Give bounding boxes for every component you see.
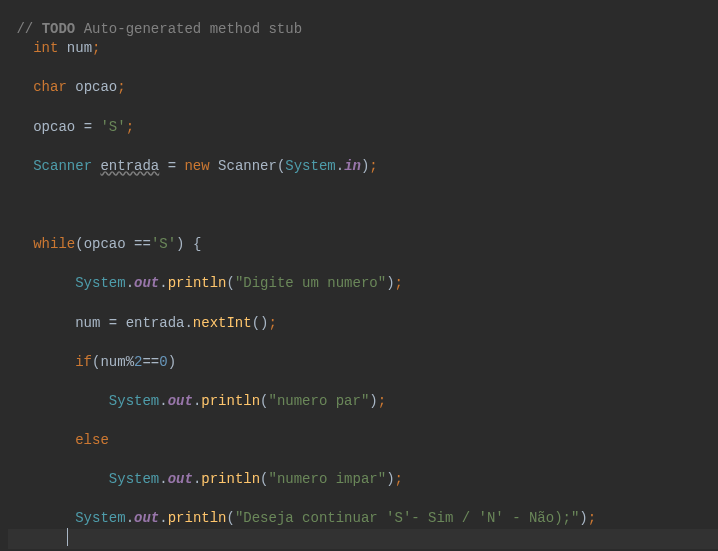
- field-out: out: [134, 510, 159, 526]
- field-in: in: [344, 158, 361, 174]
- code-editor[interactable]: // TODO Auto-generated method stub int n…: [0, 0, 718, 551]
- code-line: [8, 197, 33, 213]
- method-println: println: [201, 393, 260, 409]
- code-line: [8, 177, 33, 193]
- string-literal: "numero impar": [269, 471, 387, 487]
- method-println: println: [168, 510, 227, 526]
- code-line: Scanner entrada = new Scanner(System.in)…: [8, 158, 378, 174]
- code-line: System.out.println("Digite um numero");: [8, 275, 403, 291]
- field-out: out: [168, 471, 193, 487]
- field-out: out: [134, 275, 159, 291]
- code-line: [8, 99, 33, 115]
- code-line: [8, 138, 33, 154]
- string-literal: "numero par": [269, 393, 370, 409]
- keyword-new: new: [184, 158, 209, 174]
- code-line: char opcao;: [8, 79, 126, 95]
- code-line: int num;: [8, 40, 100, 56]
- code-line: [8, 256, 67, 272]
- comment: // TODO Auto-generated method stub: [16, 21, 302, 37]
- class-system: System: [109, 471, 159, 487]
- keyword-int: int: [33, 40, 58, 56]
- keyword-else: else: [75, 432, 109, 448]
- code-line: opcao = 'S';: [8, 119, 134, 135]
- code-line: [8, 60, 33, 76]
- code-line: // TODO Auto-generated method stub: [8, 21, 302, 37]
- code-line: [8, 452, 67, 468]
- text-cursor: [67, 528, 68, 546]
- code-line: [8, 334, 67, 350]
- code-line: else: [8, 432, 109, 448]
- code-line: System.out.println("numero impar");: [8, 471, 403, 487]
- class-system: System: [109, 393, 159, 409]
- string-literal: "Digite um numero": [235, 275, 386, 291]
- keyword-char: char: [33, 79, 67, 95]
- code-line: System.out.println("Deseja continuar 'S'…: [8, 510, 596, 526]
- code-line: while(opcao =='S') {: [8, 236, 201, 252]
- field-out: out: [168, 393, 193, 409]
- code-line: [8, 217, 33, 233]
- code-line: if(num%2==0): [8, 354, 176, 370]
- keyword-while: while: [33, 236, 75, 252]
- class-system: System: [75, 510, 125, 526]
- code-line: [8, 412, 67, 428]
- code-line: [8, 491, 67, 507]
- method-println: println: [201, 471, 260, 487]
- method-println: println: [168, 275, 227, 291]
- cursor-line[interactable]: [8, 529, 718, 549]
- keyword-if: if: [75, 354, 92, 370]
- code-line: [8, 373, 67, 389]
- variable-entrada: entrada: [100, 158, 159, 174]
- class-system: System: [285, 158, 335, 174]
- string-literal: "Deseja continuar 'S'- Sim / 'N' - Não);…: [235, 510, 579, 526]
- class-system: System: [75, 275, 125, 291]
- code-line: System.out.println("numero par");: [8, 393, 386, 409]
- code-line: num = entrada.nextInt();: [8, 315, 277, 331]
- method-nextint: nextInt: [193, 315, 252, 331]
- class-scanner: Scanner: [33, 158, 100, 174]
- code-line: [8, 295, 67, 311]
